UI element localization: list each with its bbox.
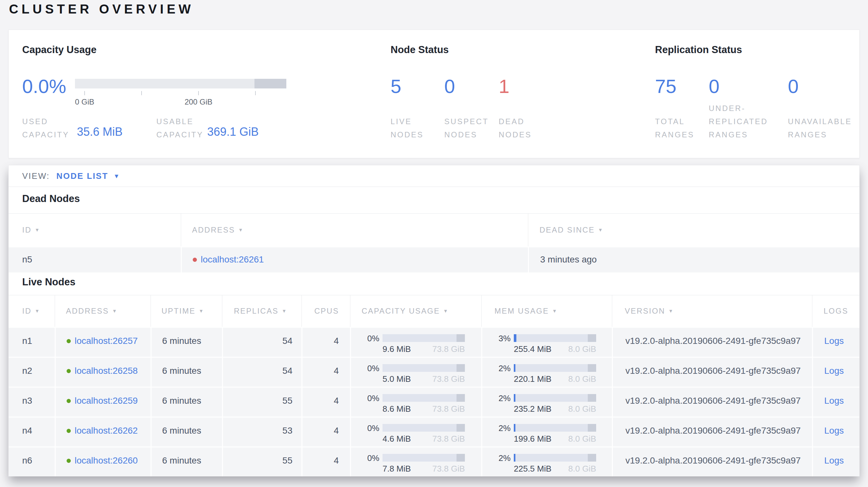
logs-link[interactable]: Logs — [824, 426, 844, 435]
node-capacity-usage: 0% 7.8 MiB73.8 GiB — [350, 447, 481, 476]
capacity-usage-bar — [75, 79, 286, 89]
dead-col-dead-since[interactable]: DEAD SINCE▼ — [528, 213, 859, 247]
live-status-icon — [67, 429, 71, 433]
axis-tick — [255, 91, 256, 95]
mem-used: 255.4 MiB — [514, 345, 551, 353]
mem-total: 8.0 GiB — [568, 375, 596, 383]
view-selector[interactable]: NODE LIST — [56, 171, 108, 181]
table-row: n2 localhost:26258 6 minutes 54 4 0% 5.0… — [9, 357, 859, 387]
node-address-cell: localhost:26260 — [55, 447, 151, 476]
live-col-id[interactable]: ID▼ — [9, 295, 55, 327]
capacity-total: 73.8 GiB — [432, 345, 465, 353]
mem-percent: 2% — [489, 364, 510, 372]
live-col-version[interactable]: VERSION▼ — [612, 295, 812, 327]
capacity-used: 5.0 MiB — [382, 375, 411, 383]
capacity-total: 73.8 GiB — [432, 434, 465, 443]
node-logs-cell: Logs — [812, 447, 859, 476]
capacity-used: 4.6 MiB — [382, 434, 411, 443]
capacity-total: 73.8 GiB — [432, 404, 465, 413]
node-status-title: Node Status — [391, 44, 449, 56]
capacity-used: 8.6 MiB — [382, 404, 411, 413]
view-bar: VIEW: NODE LIST ▼ — [9, 165, 859, 187]
capacity-usage-title: Capacity Usage — [22, 44, 96, 56]
table-row: n1 localhost:26257 6 minutes 54 4 0% 9.6… — [9, 327, 859, 357]
capacity-percent: 0% — [358, 394, 379, 402]
logs-link[interactable]: Logs — [824, 396, 844, 405]
mem-percent: 3% — [489, 334, 510, 343]
dead-status-icon — [193, 258, 197, 262]
axis-tick — [84, 91, 85, 95]
live-col-capacity[interactable]: CAPACITY USAGE▼ — [350, 295, 481, 327]
unavailable-count: 0 — [788, 77, 799, 96]
dead-node-address-cell: localhost:26261 — [181, 247, 528, 272]
axis-label-0gib: 0 GiB — [59, 97, 110, 106]
live-col-replicas[interactable]: REPLICAS▼ — [222, 295, 302, 327]
under-replicated-count: 0 — [709, 77, 719, 96]
capacity-bar — [382, 454, 465, 462]
live-status-icon — [67, 339, 71, 343]
node-address-link[interactable]: localhost:26261 — [201, 254, 264, 264]
node-id: n6 — [9, 447, 55, 476]
capacity-used: 9.6 MiB — [382, 345, 411, 353]
table-row: n3 localhost:26259 6 minutes 55 4 0% 8.6… — [9, 387, 859, 417]
node-replicas: 54 — [222, 327, 302, 357]
node-version: v19.2.0-alpha.20190606-2491-gfe735c9a97 — [612, 447, 812, 476]
live-status-icon — [67, 459, 71, 463]
table-row: n4 localhost:26262 6 minutes 53 4 0% 4.6… — [9, 417, 859, 447]
live-status-icon — [67, 369, 71, 373]
node-address-link[interactable]: localhost:26262 — [75, 426, 138, 435]
live-nodes-table: ID▼ ADDRESS▼ UPTIME▼ REPLICAS▼ CPUS CAPA… — [9, 295, 859, 476]
chevron-down-icon[interactable]: ▼ — [114, 173, 120, 180]
live-col-uptime[interactable]: UPTIME▼ — [151, 295, 222, 327]
node-replicas: 55 — [222, 387, 302, 417]
node-address-link[interactable]: localhost:26258 — [75, 366, 138, 376]
view-label: VIEW: — [22, 171, 50, 181]
node-address-cell: localhost:26257 — [55, 327, 151, 357]
usable-capacity-value: 369.1 GiB — [207, 125, 259, 139]
live-col-mem[interactable]: MEM USAGE▼ — [481, 295, 612, 327]
cluster-overview-page: CLUSTER OVERVIEW Capacity Usage 0.0% 0 G… — [0, 0, 868, 487]
usable-capacity-label: USABLE CAPACITY — [156, 115, 203, 141]
sort-arrow-icon: ▼ — [199, 308, 204, 314]
dead-col-id[interactable]: ID▼ — [9, 213, 181, 247]
node-mem-usage: 2% 220.1 MiB8.0 GiB — [481, 357, 612, 387]
used-capacity-label: USED CAPACITY — [22, 115, 69, 141]
node-id: n3 — [9, 387, 55, 417]
table-row: n5 localhost:26261 3 minutes ago — [9, 247, 859, 272]
mem-bar — [514, 454, 596, 462]
mem-bar — [514, 424, 596, 432]
node-mem-usage: 2% 235.2 MiB8.0 GiB — [481, 387, 612, 417]
node-address-link[interactable]: localhost:26260 — [75, 455, 138, 465]
mem-total: 8.0 GiB — [568, 345, 596, 353]
live-nodes-heading: Live Nodes — [22, 276, 75, 288]
node-replicas: 55 — [222, 447, 302, 476]
node-address-link[interactable]: localhost:26257 — [75, 336, 138, 346]
node-logs-cell: Logs — [812, 417, 859, 447]
suspect-nodes-label: SUSPECT NODES — [444, 115, 489, 141]
capacity-total: 73.8 GiB — [432, 375, 465, 383]
live-col-address[interactable]: ADDRESS▼ — [55, 295, 151, 327]
mem-total: 8.0 GiB — [568, 434, 596, 443]
node-cpus: 4 — [302, 357, 350, 387]
node-version: v19.2.0-alpha.20190606-2491-gfe735c9a97 — [612, 387, 812, 417]
axis-tick — [141, 91, 142, 95]
capacity-usage-bar-reserved — [254, 79, 286, 89]
replication-status-title: Replication Status — [655, 44, 742, 56]
capacity-usage-percent: 0.0% — [22, 77, 66, 96]
logs-link[interactable]: Logs — [824, 455, 844, 465]
dead-nodes-header-row: ID▼ ADDRESS▼ DEAD SINCE▼ — [9, 213, 859, 247]
node-address-cell: localhost:26259 — [55, 387, 151, 417]
dead-col-address[interactable]: ADDRESS▼ — [181, 213, 528, 247]
node-replicas: 53 — [222, 417, 302, 447]
summary-card: Capacity Usage 0.0% 0 GiB 200 GiB USED C… — [8, 30, 860, 158]
logs-link[interactable]: Logs — [824, 366, 844, 376]
mem-used: 225.5 MiB — [514, 464, 551, 473]
capacity-total: 73.8 GiB — [432, 464, 465, 473]
used-capacity-value: 35.6 MiB — [77, 125, 123, 139]
node-logs-cell: Logs — [812, 357, 859, 387]
total-ranges-count: 75 — [655, 77, 677, 96]
mem-bar — [514, 394, 596, 402]
node-address-cell: localhost:26258 — [55, 357, 151, 387]
node-address-link[interactable]: localhost:26259 — [75, 396, 138, 405]
logs-link[interactable]: Logs — [824, 336, 844, 346]
